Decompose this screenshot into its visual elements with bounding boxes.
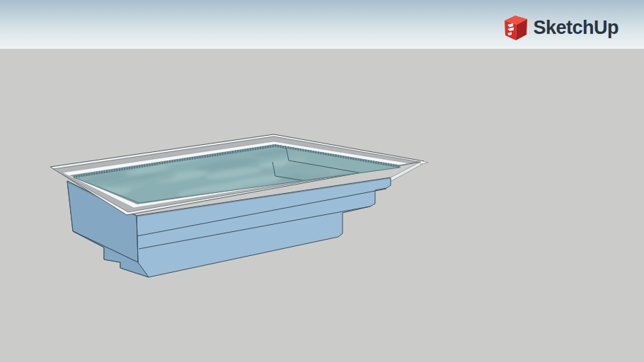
sketchup-3d-viewport[interactable]: SketchUp (0, 0, 644, 362)
sketchup-logo[interactable]: SketchUp (503, 14, 619, 41)
sketchup-cube-icon (503, 14, 529, 41)
scene-canvas (0, 0, 644, 362)
sketchup-logo-text: SketchUp (533, 15, 619, 40)
